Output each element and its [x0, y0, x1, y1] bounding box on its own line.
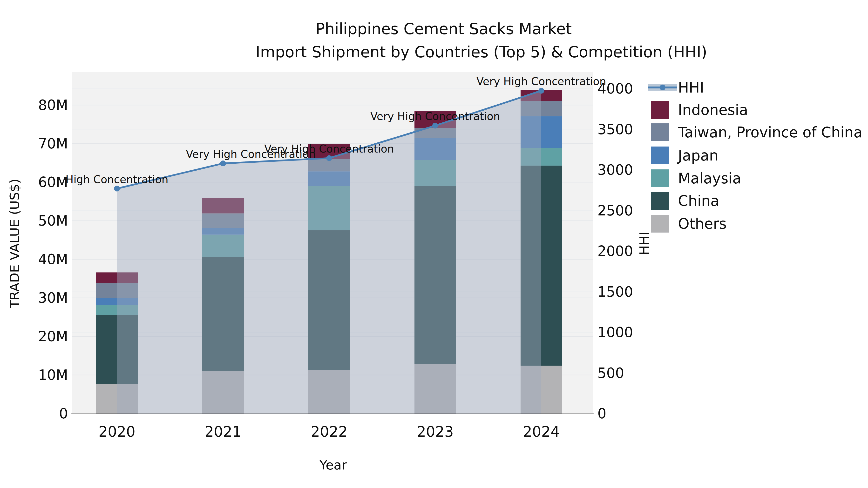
y-left-tick-label: 0: [59, 405, 68, 422]
legend-item-others[interactable]: Others: [678, 215, 727, 232]
x-tick-label-2022: 2022: [311, 423, 348, 440]
hhi-marker-2022[interactable]: [326, 155, 332, 161]
chart-title: Philippines Cement Sacks Market Import S…: [255, 21, 632, 60]
x-tick-label-2020: 2020: [99, 423, 135, 440]
y-left-tick-label: 60M: [38, 174, 68, 190]
y-right-tick-label: 500: [597, 365, 624, 381]
y-left-tick-label: 80M: [38, 97, 68, 113]
y-left-tick-label: 10M: [38, 367, 68, 383]
figure: Philippines Cement Sacks Market Import S…: [0, 0, 868, 488]
legend-item-japan[interactable]: Japan: [677, 147, 718, 164]
y-right-tick-label: 1000: [597, 324, 633, 340]
legend-item-malaysia[interactable]: Malaysia: [678, 170, 741, 187]
y-right-tick-label: 3000: [597, 162, 633, 178]
legend-item-taiwan-province-of-china[interactable]: Taiwan, Province of China: [678, 124, 863, 141]
hhi-marker-2020[interactable]: [114, 186, 120, 192]
y-right-tick-label: 4000: [597, 80, 633, 97]
y-right-tick-label: 2500: [597, 202, 633, 219]
chart-title-line2: Import Shipment by Countries (Top 5) & C…: [255, 44, 632, 60]
chart-title-line1: Philippines Cement Sacks Market: [255, 21, 632, 37]
y-left-tick-label: 20M: [38, 328, 68, 345]
legend-swatch-indonesia: [651, 101, 669, 119]
x-tick-label-2023: 2023: [417, 423, 454, 440]
y-right-tick-label: 1500: [597, 284, 633, 300]
hhi-marker-2021[interactable]: [220, 161, 226, 166]
annotation-2022: Very High Concentration: [264, 143, 394, 155]
hhi-marker-2024[interactable]: [538, 88, 544, 94]
legend-item-indonesia[interactable]: Indonesia: [678, 101, 748, 118]
legend-swatch-taiwan-province-of-china: [651, 123, 669, 141]
legend-item-hhi[interactable]: HHI: [678, 79, 704, 96]
legend-item-china[interactable]: China: [678, 192, 719, 209]
y-left-tick-label: 70M: [38, 135, 68, 152]
x-tick-label-2021: 2021: [205, 423, 242, 440]
y-left-tick-label: 50M: [38, 213, 68, 229]
legend-swatch-others: [651, 215, 669, 233]
x-axis-label: Year: [319, 457, 347, 473]
y-right-tick-label: 2000: [597, 243, 633, 259]
y-axis-label-right: HHI: [637, 232, 652, 255]
annotation-2020: High Concentration: [66, 173, 168, 186]
y-right-tick-label: 3500: [597, 121, 633, 138]
chart-svg: High ConcentrationVery High Concentratio…: [0, 0, 868, 488]
x-tick-label-2024: 2024: [523, 423, 560, 440]
y-right-tick-label: 0: [597, 405, 607, 422]
legend-swatch-japan: [651, 147, 669, 164]
annotation-2024: Very High Concentration: [476, 75, 606, 88]
y-left-tick-label: 40M: [38, 251, 68, 267]
hhi-marker-2023[interactable]: [432, 123, 438, 128]
legend-hhi-marker-icon: [660, 85, 665, 90]
y-left-tick-label: 30M: [38, 290, 68, 306]
legend-swatch-malaysia: [651, 169, 669, 187]
y-axis-label-left: TRADE VALUE (US$): [7, 178, 22, 308]
annotation-2023: Very High Concentration: [370, 110, 500, 123]
legend-swatch-china: [651, 192, 669, 210]
